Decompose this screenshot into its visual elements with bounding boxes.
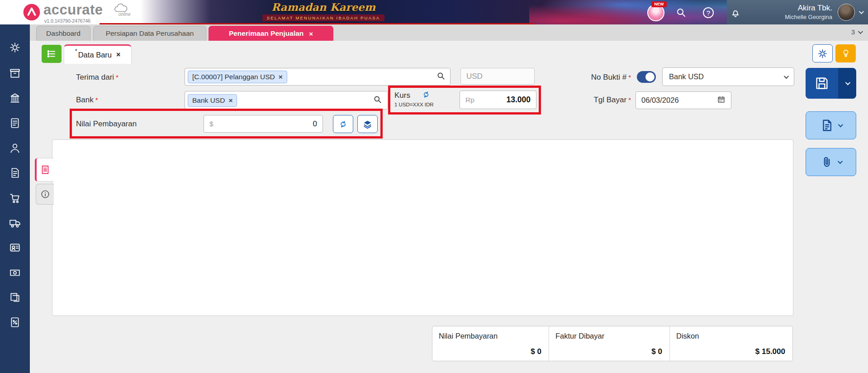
kurs-note: 1 USD=XXX IDR: [394, 102, 434, 107]
recalculate-button[interactable]: [333, 115, 353, 133]
banner-text-block: Ramadan Kareem SELAMAT MENUNAIKAN IBADAH…: [217, 1, 430, 21]
terima-dari-chip[interactable]: [C.00007] Pelanggan USD ×: [188, 71, 287, 83]
window-tab-strip: Dashboard Persiapan Data Perusahaan Pene…: [30, 24, 868, 41]
nilai-value: 0: [213, 120, 317, 129]
tab-overflow-menu[interactable]: 3: [851, 28, 862, 36]
tips-lightbulb-button[interactable]: [835, 44, 856, 62]
terima-dari-label: Terima dari*: [76, 73, 119, 82]
company-name: Akira Tbk.: [751, 3, 832, 13]
document-actions-button[interactable]: [806, 111, 856, 139]
brand-name: accurate: [43, 2, 103, 18]
save-icon[interactable]: [806, 68, 838, 99]
kurs-label: Kurs: [394, 91, 410, 100]
toggle-knob: [645, 72, 655, 81]
user-avatar[interactable]: [838, 4, 855, 21]
chip-remove-icon[interactable]: ×: [279, 73, 283, 81]
nilai-pembayaran-input[interactable]: $ 0: [204, 115, 323, 133]
paperclip-icon: [821, 156, 833, 168]
app-root: accurate online v1.0.1#3790-2476746 Rama…: [0, 0, 868, 373]
ramadan-banner: Ramadan Kareem SELAMAT MENUNAIKAN IBADAH…: [140, 0, 727, 24]
bank-account-select[interactable]: Bank USD: [662, 67, 794, 86]
list-view-button[interactable]: [42, 45, 62, 63]
top-bar: accurate online v1.0.1#3790-2476746 Rama…: [0, 0, 868, 24]
attachments-chevron: [838, 159, 843, 164]
save-options-chevron[interactable]: [838, 68, 856, 99]
sidebar-report-icon[interactable]: [4, 113, 26, 134]
terima-dari-input[interactable]: [C.00007] Pelanggan USD ×: [185, 68, 451, 86]
sidebar-cash-bank-icon[interactable]: [4, 262, 26, 283]
tgl-bayar-label: Tgl Bayar*: [578, 96, 631, 105]
sidebar-inventory-icon[interactable]: [4, 63, 26, 84]
kurs-refresh-icon[interactable]: [422, 91, 430, 100]
accurate-logo-icon: [23, 3, 41, 21]
dirty-marker: *: [75, 48, 77, 54]
no-bukti-toggle[interactable]: [637, 71, 656, 83]
info-icon: [40, 189, 50, 199]
select-chevron-down-icon: [784, 73, 789, 78]
summary-nilai-pembayaran: Nilai Pembayaran $ 0: [432, 326, 549, 361]
document-icon: [820, 119, 834, 132]
sidebar-company-icon[interactable]: [4, 88, 26, 109]
banner-subtitle: SELAMAT MENUNAIKAN IBADAH PUASA: [262, 14, 385, 21]
distribute-layers-button[interactable]: [357, 115, 378, 133]
tab-close-icon[interactable]: ×: [309, 30, 313, 38]
bank-input[interactable]: Bank USD ×: [185, 91, 388, 110]
invoice-list-icon: [40, 165, 50, 175]
summary-diskon: Diskon $ 15.000: [669, 326, 792, 361]
chip-remove-icon[interactable]: ×: [228, 96, 232, 105]
sidebar-employee-icon[interactable]: [4, 237, 26, 258]
form-settings-button[interactable]: [812, 44, 833, 62]
no-bukti-label: No Bukti #*: [565, 73, 631, 82]
tab-dashboard[interactable]: Dashboard: [36, 26, 90, 41]
account-block[interactable]: Akira Tbk. Michelle Georgina: [751, 3, 832, 21]
banner-title: Ramadan Kareem: [217, 1, 430, 13]
tab-penerimaan-penjualan[interactable]: Penerimaan Penjualan ×: [209, 26, 333, 41]
summary-faktur-dibayar: Faktur Dibayar $ 0: [549, 326, 669, 361]
nilai-pembayaran-label: Nilai Pembayaran: [76, 120, 137, 129]
brand-online-label: online: [119, 12, 131, 17]
kurs-group: Kurs 1 USD=XXX IDR: [394, 91, 434, 107]
doc-tab-close-icon[interactable]: ×: [116, 51, 120, 59]
sidebar-settings-icon[interactable]: [4, 37, 26, 58]
help-glyph: ?: [703, 7, 714, 18]
app-version: v1.0.1#3790-2476746: [44, 18, 90, 24]
bank-chip[interactable]: Bank USD ×: [188, 94, 237, 107]
panel-tab-info[interactable]: [36, 184, 54, 205]
bell-icon[interactable]: [727, 5, 744, 21]
payment-summary-bar: Nilai Pembayaran $ 0 Faktur Dibayar $ 0 …: [432, 326, 793, 361]
kurs-value: 13.000: [474, 95, 531, 105]
help-icon[interactable]: ?: [700, 5, 716, 21]
calendar-icon[interactable]: [717, 95, 726, 105]
bank-label: Bank*: [76, 96, 98, 105]
tgl-bayar-input[interactable]: 06/03/2026: [636, 91, 731, 109]
new-badge: NEW: [651, 1, 667, 7]
invoice-detail-panel: [52, 139, 793, 316]
currency-field: USD: [460, 68, 535, 85]
sidebar-purchase-cart-icon[interactable]: [4, 187, 26, 208]
sidebar-contacts-icon[interactable]: [4, 138, 26, 158]
panel-tab-invoices[interactable]: [35, 158, 54, 182]
save-split-button[interactable]: [806, 68, 856, 99]
banner-red-strip: [100, 23, 534, 24]
document-actions-chevron: [838, 122, 843, 127]
sidebar-sales-invoice-icon[interactable]: [4, 163, 26, 183]
bank-search-icon[interactable]: [373, 95, 382, 106]
sidebar-delivery-icon[interactable]: [4, 212, 26, 233]
document-tab-data-baru[interactable]: * Data Baru ×: [64, 44, 132, 64]
nav-sidebar: [0, 24, 30, 373]
sidebar-tax-icon[interactable]: [4, 312, 26, 333]
logo-area: accurate online v1.0.1#3790-2476746: [0, 0, 140, 24]
search-icon[interactable]: [673, 5, 689, 21]
user-name: Michelle Georgina: [751, 13, 832, 21]
terima-dari-search-icon[interactable]: [436, 72, 446, 82]
kurs-input[interactable]: Rp 13.000: [460, 91, 536, 109]
attachments-button[interactable]: [806, 148, 856, 176]
sidebar-ledger-icon[interactable]: [4, 287, 26, 308]
tab-persiapan-data-perusahaan[interactable]: Persiapan Data Perusahaan: [93, 26, 206, 41]
